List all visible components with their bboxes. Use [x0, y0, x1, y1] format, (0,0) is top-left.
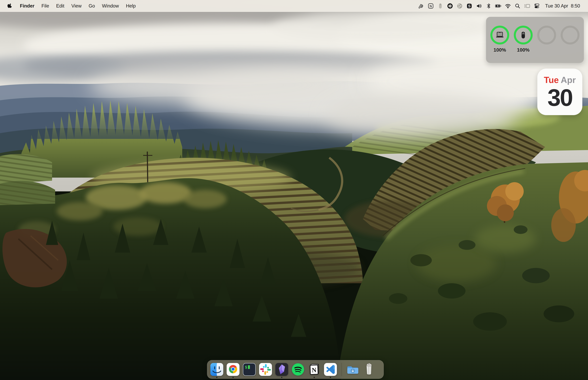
battery-slot-laptop: 100%	[490, 25, 510, 63]
calendar-day: 30	[548, 86, 572, 110]
dock-notion[interactable]: N	[308, 363, 321, 376]
dock: $	[207, 360, 384, 379]
menu-bar: Finder File Edit View Go Window Help N	[0, 0, 588, 12]
spotlight-search-icon[interactable]	[514, 3, 521, 9]
svg-text:$: $	[245, 365, 247, 369]
menu-item-help[interactable]: Help	[126, 3, 136, 9]
calendar-weekday: Tue	[544, 76, 559, 84]
battery-widget[interactable]: 100% 100%	[486, 17, 584, 63]
notion-icon: N	[308, 363, 321, 376]
trash-full-icon	[363, 363, 376, 376]
chrome-icon	[227, 363, 240, 376]
battery-slot-mouse: 100%	[513, 25, 533, 63]
dock-slack[interactable]	[259, 363, 272, 376]
volume-icon[interactable]	[476, 3, 482, 9]
menu-item-view[interactable]: View	[71, 3, 82, 9]
running-indicator	[281, 377, 282, 378]
dock-terminal[interactable]: $	[243, 363, 256, 376]
mouse-icon	[519, 31, 528, 39]
menu-bar-left: Finder File Edit View Go Window Help	[0, 3, 136, 9]
dock-downloads-folder[interactable]	[346, 363, 359, 376]
dock-obsidian[interactable]	[275, 363, 288, 376]
dock-divider	[341, 363, 342, 376]
battery-slot-empty-1	[537, 25, 556, 63]
calendar-month: Apr	[561, 76, 576, 84]
control-center-icon[interactable]	[534, 3, 540, 9]
mouse-battery-icon[interactable]	[437, 3, 444, 9]
menu-item-go[interactable]: Go	[89, 3, 95, 9]
calendar-widget[interactable]: Tue Apr 30	[537, 69, 582, 115]
menu-bar-clock[interactable]: Tue 30 Apr 8:50	[545, 3, 580, 9]
dock-chrome[interactable]	[227, 363, 240, 376]
globe-icon[interactable]	[456, 3, 463, 9]
slack-icon[interactable]: S	[466, 3, 473, 9]
dock-spotify[interactable]	[292, 363, 304, 376]
battery-percent-mouse: 100%	[517, 47, 530, 53]
waveform-icon[interactable]	[447, 3, 453, 9]
menu-item-edit[interactable]: Edit	[56, 3, 64, 9]
wifi-icon[interactable]	[505, 3, 511, 9]
notion-icon[interactable]: N	[428, 3, 434, 9]
svg-text:S: S	[468, 4, 471, 8]
battery-charging-icon[interactable]	[495, 3, 501, 9]
svg-text:N: N	[430, 4, 432, 8]
apple-menu[interactable]	[6, 3, 13, 9]
battery-percent-laptop: 100%	[493, 47, 506, 53]
stage-manager-icon[interactable]	[524, 3, 531, 9]
slack-icon	[259, 363, 272, 376]
spotify-icon	[292, 363, 304, 376]
sketch-app-icon[interactable]	[418, 3, 424, 9]
running-indicator	[232, 377, 234, 378]
running-indicator	[314, 377, 315, 378]
app-menu-title[interactable]: Finder	[20, 3, 35, 9]
dock-finder[interactable]	[210, 363, 223, 376]
laptop-icon	[495, 31, 504, 39]
menu-bar-status-area: N	[418, 3, 588, 9]
obsidian-icon	[275, 363, 288, 376]
vscode-icon	[324, 363, 337, 376]
terminal-icon: $	[243, 363, 256, 376]
menu-item-window[interactable]: Window	[102, 3, 119, 9]
dock-trash[interactable]	[363, 363, 376, 376]
downloads-folder-icon	[346, 363, 359, 376]
bluetooth-icon[interactable]	[485, 3, 492, 9]
battery-slot-empty-2	[560, 25, 580, 63]
running-indicator	[330, 377, 331, 378]
dock-vscode[interactable]	[324, 363, 337, 376]
svg-text:N: N	[312, 366, 317, 374]
running-indicator	[216, 377, 217, 378]
apple-icon	[6, 3, 13, 9]
finder-icon	[210, 363, 223, 376]
menu-item-file[interactable]: File	[41, 3, 49, 9]
